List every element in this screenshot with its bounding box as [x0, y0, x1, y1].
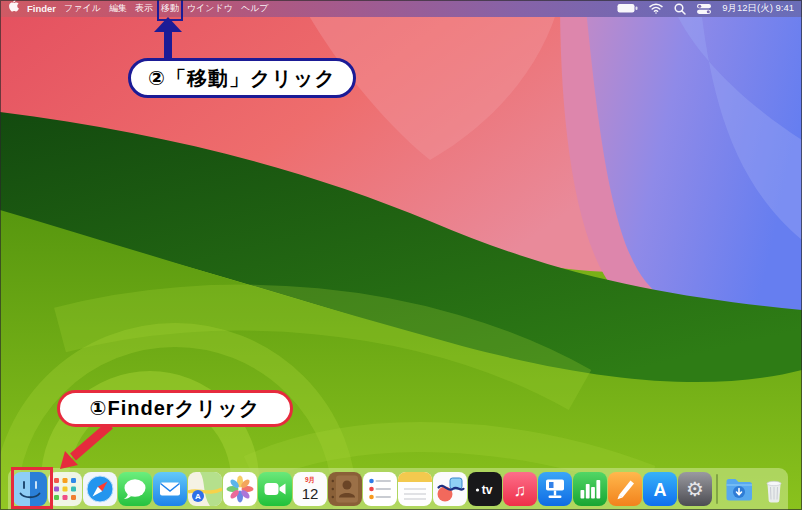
dock-item-reminders[interactable] [363, 472, 397, 506]
step2-callout: ②「移動」クリック [128, 58, 356, 98]
menu-app-name[interactable]: Finder [27, 0, 56, 17]
dock-item-messages[interactable] [118, 472, 152, 506]
app-store-label: A [654, 480, 667, 500]
dock-item-maps[interactable]: A [188, 472, 222, 506]
menu-datetime[interactable]: 9月12日(火) 9:41 [722, 2, 794, 15]
appletv-icon: tv [468, 472, 502, 506]
contacts-icon [328, 472, 362, 506]
dock-item-trash[interactable] [757, 472, 791, 506]
maps-badge-label: A [195, 492, 201, 501]
desktop: Finder ファイル 編集 表示 移動 ウインドウ ヘルプ [0, 0, 802, 510]
dock-item-photos[interactable] [223, 472, 257, 506]
apple-menu[interactable] [8, 0, 19, 18]
facetime-icon [258, 472, 292, 506]
dock-item-music[interactable]: ♫ [503, 472, 537, 506]
dock-item-tv[interactable]: tv [468, 472, 502, 506]
calendar-icon: 9月 12 [293, 472, 327, 506]
step1-callout: ①Finderクリック [57, 390, 293, 427]
menu-item-help[interactable]: ヘルプ [241, 0, 269, 17]
music-note-glyph: ♫ [514, 481, 527, 500]
control-center-icon[interactable] [697, 4, 711, 14]
freeform-icon [433, 472, 467, 506]
battery-icon[interactable] [617, 3, 638, 14]
menu-item-view[interactable]: 表示 [135, 0, 153, 17]
music-icon: ♫ [503, 472, 537, 506]
dock-item-app-store[interactable]: A [643, 472, 677, 506]
dock-item-freeform[interactable] [433, 472, 467, 506]
step2-label: ②「移動」クリック [148, 65, 336, 92]
calendar-month-label: 9月 [305, 476, 315, 484]
menu-item-edit[interactable]: 編集 [109, 0, 127, 17]
system-settings-icon: ⚙ [678, 472, 712, 506]
tv-label: tv [482, 483, 493, 497]
downloads-folder-icon [722, 472, 756, 506]
dock-item-system-settings[interactable]: ⚙ [678, 472, 712, 506]
notes-icon [398, 472, 432, 506]
trash-icon [757, 472, 791, 506]
dock-item-launchpad[interactable] [48, 472, 82, 506]
dock-item-keynote[interactable] [538, 472, 572, 506]
dock-item-contacts[interactable] [328, 472, 362, 506]
finder-highlight-box [11, 467, 53, 509]
dock-item-pages[interactable] [608, 472, 642, 506]
numbers-icon [573, 472, 607, 506]
wifi-icon[interactable] [649, 3, 663, 14]
settings-gear-glyph: ⚙ [686, 478, 704, 500]
step1-arrow-icon [40, 420, 130, 475]
pages-icon [608, 472, 642, 506]
dock-item-numbers[interactable] [573, 472, 607, 506]
safari-icon [83, 472, 117, 506]
dock-item-facetime[interactable] [258, 472, 292, 506]
menu-item-go[interactable]: 移動 [161, 0, 179, 17]
dock-divider [716, 474, 718, 504]
launchpad-icon [48, 472, 82, 506]
photos-icon [223, 472, 257, 506]
app-store-icon: A [643, 472, 677, 506]
menu-bar: Finder ファイル 編集 表示 移動 ウインドウ ヘルプ [0, 0, 802, 17]
apple-logo-icon [8, 0, 19, 12]
menu-status-area: 9月12日(火) 9:41 [617, 2, 794, 15]
dock-item-notes[interactable] [398, 472, 432, 506]
maps-icon: A [188, 472, 222, 506]
step2-arrow-icon [151, 17, 185, 61]
dock-item-calendar[interactable]: 9月 12 [293, 472, 327, 506]
reminders-icon [363, 472, 397, 506]
search-icon[interactable] [674, 3, 686, 15]
menu-item-window[interactable]: ウインドウ [187, 0, 233, 17]
keynote-icon [538, 472, 572, 506]
dock-item-downloads[interactable] [722, 472, 756, 506]
mail-icon [153, 472, 187, 506]
dock-item-safari[interactable] [83, 472, 117, 506]
dock-item-mail[interactable] [153, 472, 187, 506]
step1-label: ①Finderクリック [90, 395, 261, 422]
menu-item-file[interactable]: ファイル [64, 0, 101, 17]
calendar-day-label: 12 [302, 485, 319, 502]
messages-icon [118, 472, 152, 506]
